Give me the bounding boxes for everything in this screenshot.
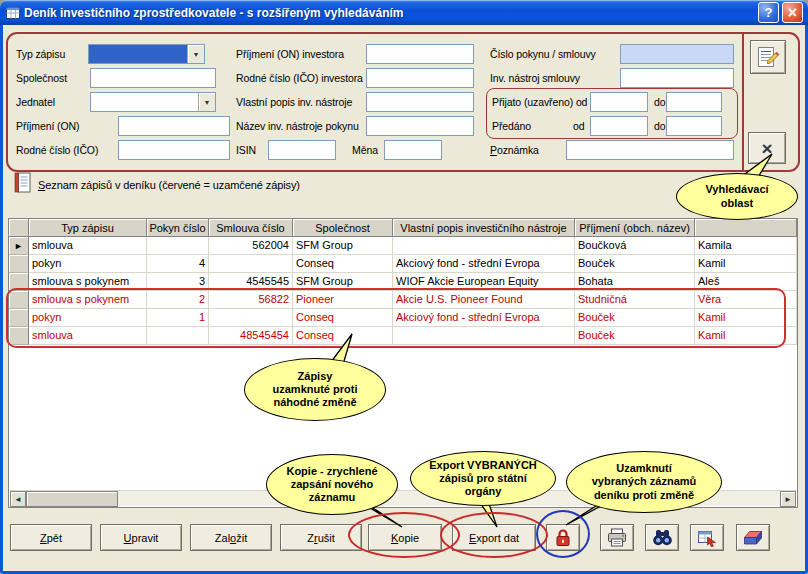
scroll-right-button[interactable]: ► [780, 491, 796, 507]
rodne-cislo-label: Rodné číslo (IČO) [16, 144, 98, 156]
cell-typ[interactable]: smlouva s pokynem [29, 273, 147, 291]
cell-popis[interactable]: WIOF Akcie European Equity [393, 273, 575, 291]
table-row[interactable]: smlouva s pokynem 3 4545545 SFM Group WI… [9, 273, 797, 291]
cell-pokyn[interactable]: 3 [147, 273, 209, 291]
cell-pokyn[interactable] [147, 327, 209, 345]
cell-prijmeni[interactable]: Bouček [575, 255, 695, 273]
cell-jmeno[interactable]: Kamil [695, 309, 797, 327]
cell-jmeno[interactable]: Věra [695, 291, 797, 309]
cell-smlouva[interactable]: 562004 [209, 237, 293, 255]
scroll-left-button[interactable]: ◄ [10, 491, 26, 507]
jednatel-combo[interactable]: ▼ [90, 92, 216, 112]
row-selector[interactable] [9, 255, 29, 273]
isin-input[interactable] [268, 140, 336, 160]
cell-popis[interactable]: Akcie U.S. Pioneer Found [393, 291, 575, 309]
col-header-spolecnost[interactable]: Společnost [293, 219, 393, 237]
table-row-locked[interactable]: smlouva 48545454 Conseq Bouček Kamil [9, 327, 797, 345]
goto-record-button[interactable] [690, 524, 724, 551]
vlastni-popis-input[interactable] [366, 92, 474, 112]
cell-spolecnost[interactable]: Conseq [293, 255, 393, 273]
cell-popis[interactable] [393, 327, 575, 345]
title-bar[interactable]: Deník investičního zprostředkovatele - s… [0, 0, 808, 25]
cell-typ[interactable]: smlouva [29, 237, 147, 255]
col-header-prijmeni[interactable]: Příjmení (obch. název) [575, 219, 695, 237]
table-header-row: Typ zápisu Pokyn číslo Smlouva číslo Spo… [9, 219, 797, 237]
upravit-button[interactable]: Upravit [100, 524, 182, 551]
cell-smlouva[interactable]: 4545545 [209, 273, 293, 291]
cell-pokyn[interactable]: 1 [147, 309, 209, 327]
cell-prijmeni[interactable]: Boučková [575, 237, 695, 255]
bubble-locked-rows: Zápisy uzamknuté proti náhodné změně [244, 358, 386, 421]
predano-od-input[interactable] [590, 116, 648, 136]
cell-smlouva[interactable] [209, 309, 293, 327]
cell-prijmeni[interactable]: Bouček [575, 309, 695, 327]
cell-smlouva[interactable]: 48545454 [209, 327, 293, 345]
table-row[interactable]: pokyn 4 Conseq Akciový fond - střední Ev… [9, 255, 797, 273]
cell-jmeno[interactable]: Kamil [695, 255, 797, 273]
col-header-popis[interactable]: Vlastní popis investičního nástroje [393, 219, 575, 237]
table-row[interactable]: ► smlouva 562004 SFM Group Boučková Kami… [9, 237, 797, 255]
col-header-typ[interactable]: Typ zápisu [29, 219, 147, 237]
cell-pokyn[interactable]: 2 [147, 291, 209, 309]
cell-spolecnost[interactable]: Conseq [293, 309, 393, 327]
predano-do-input[interactable] [666, 116, 722, 136]
scroll-thumb[interactable] [26, 491, 118, 507]
nazev-nastroje-input[interactable] [366, 116, 474, 136]
cell-spolecnost[interactable]: Pioneer [293, 291, 393, 309]
mena-input[interactable] [384, 140, 442, 160]
cell-typ[interactable]: pokyn [29, 255, 147, 273]
row-selector[interactable] [9, 309, 29, 327]
dropdown-arrow-icon[interactable]: ▼ [198, 93, 215, 111]
prijmeni-on-input[interactable] [118, 116, 230, 136]
cell-prijmeni[interactable]: Studničná [575, 291, 695, 309]
zpet-button[interactable]: Zpět [10, 524, 92, 551]
cell-smlouva[interactable] [209, 255, 293, 273]
table-row-locked[interactable]: smlouva s pokynem 2 56822 Pioneer Akcie … [9, 291, 797, 309]
row-selector[interactable] [9, 273, 29, 291]
poznamka-input[interactable] [566, 140, 734, 160]
cell-pokyn[interactable]: 4 [147, 255, 209, 273]
prijato-do-input[interactable] [666, 92, 722, 112]
cell-jmeno[interactable]: Aleš [695, 273, 797, 291]
spolecnost-input[interactable] [90, 68, 216, 88]
erase-button[interactable] [736, 524, 770, 551]
binoculars-icon [652, 529, 673, 546]
app-icon [5, 5, 21, 21]
rodne-investora-input[interactable] [366, 68, 474, 88]
cell-pokyn[interactable] [147, 237, 209, 255]
col-header-smlouva[interactable]: Smlouva číslo [209, 219, 293, 237]
cell-jmeno[interactable]: Kamila [695, 237, 797, 255]
cell-prijmeni[interactable]: Bouček [575, 327, 695, 345]
cell-popis[interactable] [393, 237, 575, 255]
apply-search-button[interactable] [750, 40, 786, 74]
cell-popis[interactable]: Akciový fond - střední Evropa [393, 255, 575, 273]
row-selector[interactable] [9, 327, 29, 345]
col-header-jmeno[interactable] [695, 219, 797, 237]
cell-popis[interactable]: Akciový fond - střední Evropa [393, 309, 575, 327]
zalozit-button[interactable]: Založit [190, 524, 272, 551]
row-selector[interactable]: ► [9, 237, 29, 255]
current-row-arrow-icon: ► [14, 241, 23, 251]
cell-typ[interactable]: smlouva s pokynem [29, 291, 147, 309]
help-button[interactable]: ? [758, 2, 779, 23]
col-header-pokyn[interactable]: Pokyn číslo [147, 219, 209, 237]
cell-typ[interactable]: pokyn [29, 309, 147, 327]
prijato-od-input[interactable] [590, 92, 648, 112]
inv-nastroj-input[interactable] [620, 68, 734, 88]
close-button[interactable]: × [782, 2, 803, 23]
rodne-cislo-input[interactable] [118, 140, 230, 160]
cell-jmeno[interactable]: Kamil [695, 327, 797, 345]
row-selector[interactable] [9, 291, 29, 309]
cell-typ[interactable]: smlouva [29, 327, 147, 345]
cell-prijmeni[interactable]: Bohata [575, 273, 695, 291]
cell-smlouva[interactable]: 56822 [209, 291, 293, 309]
table-row-locked[interactable]: pokyn 1 Conseq Akciový fond - střední Ev… [9, 309, 797, 327]
prijmeni-investora-input[interactable] [366, 44, 474, 64]
dropdown-arrow-icon[interactable]: ▼ [187, 45, 204, 63]
zrusit-button[interactable]: Zrušit [280, 524, 362, 551]
cell-spolecnost[interactable]: SFM Group [293, 237, 393, 255]
find-button[interactable] [645, 524, 679, 551]
cell-spolecnost[interactable]: SFM Group [293, 273, 393, 291]
typ-zapisu-combo[interactable]: ▼ [88, 44, 205, 64]
cislo-pokynu-input[interactable] [620, 44, 734, 64]
